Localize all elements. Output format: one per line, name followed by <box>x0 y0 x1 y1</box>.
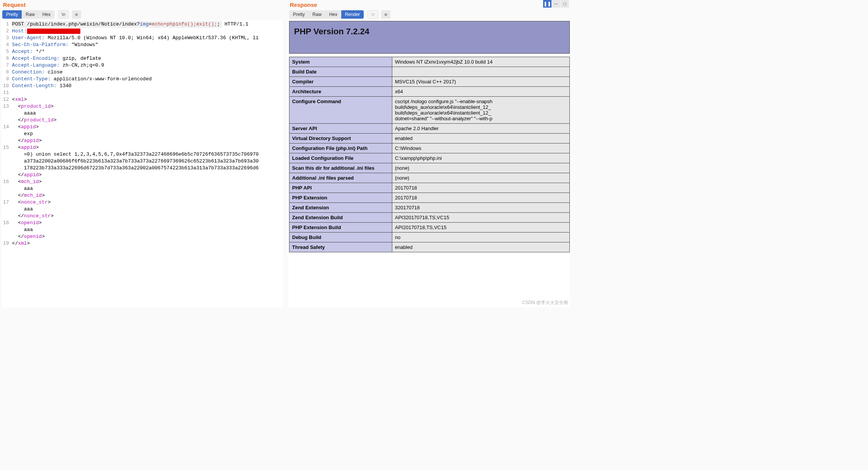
tab-request-hex[interactable]: Hex <box>38 10 54 19</box>
response-panel: Response Pretty Raw Hex Render \n ≡ PHP … <box>287 0 571 307</box>
phpinfo-row: Additional .ini files parsed(none) <box>289 173 570 183</box>
watermark: CSDN @李火火安全阁 <box>522 300 568 306</box>
phpinfo-value: (none) <box>392 163 570 173</box>
phpinfo-row: Thread Safetyenabled <box>289 242 570 252</box>
pause-icon: ❚❚ <box>543 1 551 6</box>
redacted-host <box>27 29 80 34</box>
request-code[interactable]: POST /public/index.php/weixin/Notice/ind… <box>11 20 283 307</box>
phpinfo-value: cscript /nologo configure.js "--enable-s… <box>392 97 570 124</box>
phpinfo-value: Apache 2.0 Handler <box>392 124 570 134</box>
phpinfo-key: Debug Build <box>289 233 392 242</box>
phpinfo-key: PHP Extension <box>289 193 392 203</box>
request-menu-button[interactable]: ≡ <box>72 10 81 19</box>
phpinfo-key: Virtual Directory Support <box>289 134 392 143</box>
phpinfo-row: Debug Buildno <box>289 233 570 242</box>
response-tab-group: Pretty Raw Hex Render <box>289 10 364 19</box>
request-gutter: 12345678910111213 14 15 16 17 18 19 <box>2 20 11 307</box>
phpinfo-value: MSVC15 (Visual C++ 2017) <box>392 77 570 87</box>
php-version-title: PHP Version 7.2.24 <box>294 27 565 37</box>
line-icon: ─ <box>555 1 558 6</box>
phpinfo-table: SystemWindows NT iZxnv1vxym42jbZ 10.0 bu… <box>289 57 570 252</box>
panel-splitter[interactable]: ··· <box>285 0 287 307</box>
phpinfo-row: CompilerMSVC15 (Visual C++ 2017) <box>289 77 570 87</box>
phpinfo-row: PHP Extension20170718 <box>289 193 570 203</box>
phpinfo-key: Build Date <box>289 67 392 77</box>
phpinfo-key: Server API <box>289 124 392 134</box>
tab-response-pretty[interactable]: Pretty <box>289 10 309 19</box>
phpinfo-value: (none) <box>392 173 570 183</box>
corner-controls: ❚❚ ─ □ <box>543 0 569 8</box>
response-tabs-row: Pretty Raw Hex Render \n ≡ <box>288 10 570 20</box>
phpinfo-row: Server APIApache 2.0 Handler <box>289 124 570 134</box>
phpinfo-row: Virtual Directory Supportenabled <box>289 134 570 143</box>
phpinfo-key: Zend Extension Build <box>289 213 392 223</box>
response-menu-button[interactable]: ≡ <box>381 10 390 19</box>
phpinfo-row: Loaded Configuration FileC:\xampp\php\ph… <box>289 153 570 163</box>
phpinfo-row: Zend Extension BuildAPI320170718,TS,VC15 <box>289 213 570 223</box>
request-newline-toggle[interactable]: \n <box>58 10 69 19</box>
phpinfo-value: enabled <box>392 242 570 252</box>
phpinfo-key: Zend Extension <box>289 203 392 213</box>
phpinfo-row: SystemWindows NT iZxnv1vxym42jbZ 10.0 bu… <box>289 57 570 67</box>
phpinfo-row: PHP API20170718 <box>289 183 570 193</box>
hamburger-icon: ≡ <box>384 12 387 18</box>
phpinfo-value <box>392 67 570 77</box>
phpinfo-value: 320170718 <box>392 203 570 213</box>
phpinfo-key: PHP Extension Build <box>289 223 392 233</box>
phpinfo-row: Configuration File (php.ini) PathC:\Wind… <box>289 143 570 153</box>
phpinfo-row: Scan this dir for additional .ini files(… <box>289 163 570 173</box>
phpinfo-key: Compiler <box>289 77 392 87</box>
phpinfo-key: PHP API <box>289 183 392 193</box>
phpinfo-header: PHP Version 7.2.24 <box>289 21 570 54</box>
phpinfo-row: PHP Extension BuildAPI20170718,TS,VC15 <box>289 223 570 233</box>
phpinfo-value: C:\Windows <box>392 143 570 153</box>
phpinfo-value: no <box>392 233 570 242</box>
phpinfo-key: Configuration File (php.ini) Path <box>289 143 392 153</box>
minimize-button[interactable]: ─ <box>552 0 560 8</box>
phpinfo-key: Loaded Configuration File <box>289 153 392 163</box>
request-title: Request <box>2 0 283 10</box>
tab-request-pretty[interactable]: Pretty <box>2 10 22 19</box>
phpinfo-value: x64 <box>392 87 570 97</box>
square-icon: □ <box>563 1 566 6</box>
phpinfo-value: 20170718 <box>392 193 570 203</box>
phpinfo-value: Windows NT iZxnv1vxym42jbZ 10.0 build 14 <box>392 57 570 67</box>
request-panel: Request Pretty Raw Hex \n ≡ 123456789101… <box>0 0 285 307</box>
response-title: Response <box>288 0 570 10</box>
phpinfo-key: Architecture <box>289 87 392 97</box>
phpinfo-value: enabled <box>392 134 570 143</box>
response-render-area[interactable]: PHP Version 7.2.24 SystemWindows NT iZxn… <box>288 20 570 307</box>
phpinfo-row: Architecturex64 <box>289 87 570 97</box>
pause-button[interactable]: ❚❚ <box>543 0 551 8</box>
phpinfo-key: Scan this dir for additional .ini files <box>289 163 392 173</box>
phpinfo-value: API20170718,TS,VC15 <box>392 223 570 233</box>
phpinfo-row: Zend Extension320170718 <box>289 203 570 213</box>
phpinfo-key: System <box>289 57 392 67</box>
phpinfo-key: Configure Command <box>289 97 392 124</box>
hamburger-icon: ≡ <box>75 12 78 18</box>
phpinfo-value: 20170718 <box>392 183 570 193</box>
maximize-button[interactable]: □ <box>561 0 569 8</box>
phpinfo-value: C:\xampp\php\php.ini <box>392 153 570 163</box>
tab-request-raw[interactable]: Raw <box>22 10 38 19</box>
phpinfo-key: Additional .ini files parsed <box>289 173 392 183</box>
tab-response-render[interactable]: Render <box>341 10 364 19</box>
phpinfo-value: API320170718,TS,VC15 <box>392 213 570 223</box>
splitter-handle-icon: ··· <box>285 151 287 156</box>
tab-response-hex[interactable]: Hex <box>325 10 341 19</box>
phpinfo-row: Configure Commandcscript /nologo configu… <box>289 97 570 124</box>
phpinfo-row: Build Date <box>289 67 570 77</box>
request-tabs-row: Pretty Raw Hex \n ≡ <box>2 10 283 20</box>
request-editor[interactable]: 12345678910111213 14 15 16 17 18 19 POST… <box>2 20 283 307</box>
phpinfo-key: Thread Safety <box>289 242 392 252</box>
tab-response-raw[interactable]: Raw <box>309 10 325 19</box>
request-tab-group: Pretty Raw Hex <box>2 10 54 19</box>
response-newline-toggle[interactable]: \n <box>368 10 378 19</box>
